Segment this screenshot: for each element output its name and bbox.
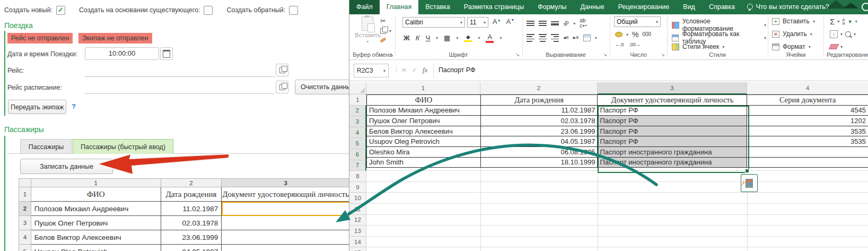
row-header-9[interactable]: 9 (349, 182, 366, 193)
cut-icon[interactable]: ✂ (380, 18, 386, 24)
cell-dob[interactable]: 06.08.1995 (480, 146, 598, 157)
cell-dob[interactable]: 11.02.1987 (161, 202, 222, 216)
row-header-14[interactable]: 14 (349, 237, 366, 248)
underline-button[interactable]: Ч (425, 34, 430, 41)
row-header-11[interactable]: 11 (349, 204, 366, 215)
bold-button[interactable]: Ж (404, 34, 410, 41)
number-format-select[interactable]: Общий▾ (614, 16, 661, 27)
name-box[interactable]: R2C3▾ (354, 64, 389, 77)
cell-doc[interactable] (222, 202, 350, 216)
cell-fio[interactable]: Белов Виктор Алексеевич (31, 230, 161, 245)
cell-doc[interactable] (222, 216, 350, 230)
row-number[interactable]: 2 (19, 202, 31, 216)
increase-decimal-icon[interactable]: ←,0 (615, 42, 624, 47)
find-select-icon[interactable] (845, 31, 851, 37)
decrease-indent-icon[interactable]: ◂≡ (563, 35, 569, 40)
row-number[interactable]: 3 (19, 216, 31, 230)
thousands-icon[interactable]: 000 (642, 32, 651, 37)
cell-dob[interactable]: 02.03.1978 (480, 116, 598, 126)
delete-cells-button[interactable]: Удалить (783, 30, 807, 38)
cell-serial[interactable] (747, 157, 868, 168)
underline-caret[interactable]: ▾ (436, 36, 438, 40)
align-left-icon[interactable] (527, 34, 534, 42)
row-number[interactable]: 4 (19, 230, 31, 245)
column-header-4[interactable]: 4 (747, 82, 868, 94)
ribbon-tab-вид[interactable]: Вид (676, 0, 702, 14)
merge-center-icon[interactable] (583, 34, 591, 41)
insert-cells-button[interactable]: Вставить (783, 18, 810, 25)
dialog-launcher-icon[interactable]: ↘ (603, 52, 607, 57)
assistant-icon[interactable] (862, 3, 868, 11)
format-painter-icon[interactable] (380, 37, 387, 42)
align-bottom-icon[interactable] (551, 21, 559, 25)
font-color-icon[interactable]: А (486, 33, 494, 43)
transfer-crew-button[interactable]: Передать экипаж (8, 100, 66, 114)
row-header-4[interactable]: 4 (349, 127, 366, 139)
sort-filter-icon[interactable]: АЯ (842, 18, 845, 25)
row-header-10[interactable]: 10 (349, 193, 366, 204)
cell-serial[interactable]: 3535 (747, 136, 868, 147)
clear-icon[interactable] (829, 44, 839, 49)
cell-doc[interactable] (222, 230, 350, 245)
cell-fio[interactable]: Полозов Михаил Андреевич (31, 202, 161, 216)
fill-handle[interactable] (745, 169, 749, 173)
cell-serial[interactable]: 3535 (747, 126, 868, 136)
cell-dob[interactable]: 04.05.1987 (480, 136, 598, 147)
schedule-input[interactable] (85, 81, 275, 94)
align-center-icon[interactable] (539, 34, 547, 42)
paste-options-button[interactable] (741, 174, 758, 192)
borders-icon[interactable]: ▦ (444, 34, 450, 41)
cell-serial[interactable]: 1202 (747, 116, 868, 126)
font-size-select[interactable]: 11▾ (467, 17, 488, 28)
row-header-12[interactable]: 12 (349, 215, 366, 226)
align-right-icon[interactable] (551, 34, 559, 42)
cell-dob[interactable]: 11.02.1987 (480, 105, 598, 116)
write-data-button[interactable]: Записать данные (20, 159, 113, 174)
help-link[interactable]: ? (72, 102, 76, 110)
cell-serial[interactable] (747, 146, 868, 157)
dialog-launcher-icon[interactable]: ↘ (661, 52, 665, 57)
orientation-icon[interactable]: ab (562, 20, 570, 28)
cell-doc[interactable]: Паспорт РФ (598, 105, 747, 116)
row-number[interactable]: 1 (19, 187, 31, 202)
cell-fio[interactable]: Белов Виктор Алексеевич (367, 126, 481, 136)
column-header-3[interactable]: 3 (598, 82, 747, 94)
column-number[interactable]: 2 (161, 179, 222, 187)
decrease-font-icon[interactable]: A▼ (506, 18, 515, 25)
tab-passengers[interactable]: Пассажиры (20, 139, 72, 154)
row-header-7[interactable]: 7 (349, 160, 366, 171)
confirm-entry-icon[interactable]: ✓ (412, 66, 417, 74)
dialog-launcher-icon[interactable]: ↘ (515, 52, 520, 57)
cell-dob[interactable]: 04.05.1987 (161, 245, 222, 251)
row-number[interactable]: 5 (19, 245, 31, 251)
cell-fio[interactable]: Usupov Oleg Petrovich (31, 245, 161, 251)
row-header-1[interactable]: 1 (349, 94, 366, 106)
ribbon-tab-файл[interactable]: Файл (349, 0, 380, 14)
cell-doc[interactable]: Паспорт РФ (598, 126, 747, 136)
select-all-corner[interactable] (349, 82, 366, 94)
column-header-2[interactable]: 2 (480, 82, 598, 94)
format-cells-button[interactable]: Формат (783, 43, 805, 50)
align-middle-icon[interactable] (539, 21, 547, 26)
row-header-13[interactable]: 13 (349, 226, 366, 237)
wrap-text-icon[interactable]: abc↩ (580, 18, 586, 29)
percent-icon[interactable]: % (632, 31, 638, 38)
fill-color-icon[interactable]: ◆ (464, 34, 472, 42)
paste-button[interactable]: Вставить (355, 32, 381, 38)
decrease-decimal-icon[interactable]: ,00→ (629, 42, 641, 47)
cell-doc[interactable]: Паспорт РФ (598, 116, 747, 126)
ribbon-tab-формулы[interactable]: Формулы (531, 0, 573, 14)
row-header-6[interactable]: 6 (349, 149, 366, 160)
cell-doc[interactable]: Паспорт РФ (598, 136, 747, 147)
cancel-entry-icon[interactable]: ✕ (401, 66, 407, 74)
dialog-launcher-icon[interactable]: ↘ (389, 52, 393, 57)
flight-choose-button[interactable] (276, 64, 288, 76)
column-number[interactable]: 1 (31, 179, 161, 187)
cell-fio[interactable]: Полозов Михаил Андреевич (367, 105, 481, 116)
row-header-5[interactable]: 5 (349, 138, 366, 149)
autosum-icon[interactable]: Σ (830, 18, 835, 25)
trip-date-input[interactable]: 10:00:00 (85, 47, 159, 60)
ribbon-tab-вставка[interactable]: Вставка (418, 0, 457, 14)
cell-doc[interactable]: Паспорт иностранного гражданина (598, 146, 747, 157)
copy-icon[interactable] (380, 28, 386, 34)
